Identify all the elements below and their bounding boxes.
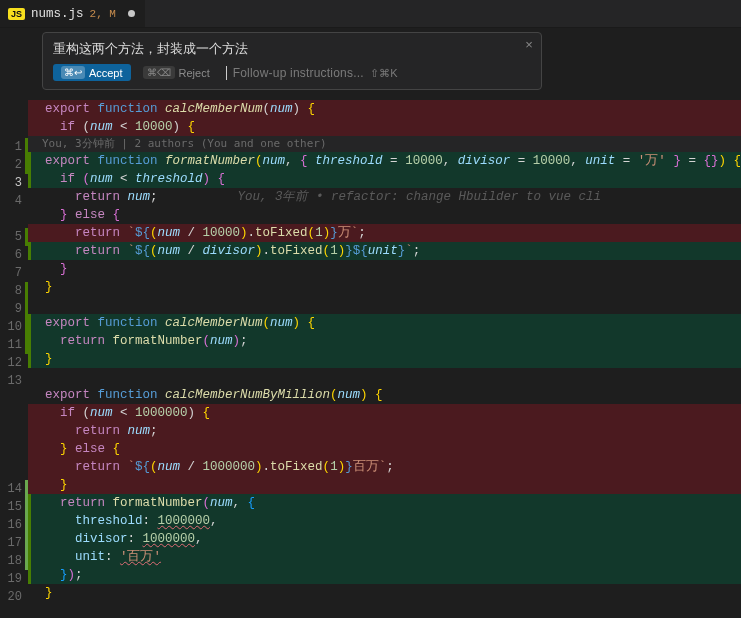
js-icon: JS	[8, 8, 25, 20]
line-number: 15	[0, 498, 28, 516]
code-line: }	[28, 584, 741, 602]
code-line	[28, 602, 741, 618]
code-line: }	[28, 278, 741, 296]
code-line: return num;You, 3年前 • refactor: change H…	[28, 188, 741, 206]
line-number: 9	[0, 300, 28, 318]
code-line-added: divisor: 1000000,	[28, 530, 741, 548]
line-number	[0, 426, 28, 444]
tab-scm-badge: 2, M	[90, 8, 116, 20]
ai-suggestion-panel: × 重构这两个方法，封装成一个方法 ⌘↩ Accept ⌘⌫ Reject Fo…	[42, 32, 542, 90]
reject-button[interactable]: ⌘⌫ Reject	[143, 66, 210, 79]
code-line-added: }	[28, 350, 741, 368]
line-number: 18	[0, 552, 28, 570]
code-line-deleted: } else {	[28, 440, 741, 458]
code-line-deleted: return `${(num / 1000000).toFixed(1)}百万`…	[28, 458, 741, 476]
followup-shortcut: ⇧⌘K	[370, 67, 398, 79]
code-line-added: return formatNumber(num);	[28, 332, 741, 350]
code-line-added: export function calcMemberNum(num) {	[28, 314, 741, 332]
accept-shortcut: ⌘↩	[61, 66, 85, 79]
accept-label: Accept	[89, 67, 123, 79]
suggestion-title: 重构这两个方法，封装成一个方法	[53, 41, 531, 58]
line-number: 7	[0, 264, 28, 282]
reject-label: Reject	[179, 67, 210, 79]
line-number: 13	[0, 372, 28, 390]
git-blame-annotation: You, 3分钟前 | 2 authors (You and one other…	[28, 136, 741, 152]
code-area[interactable]: × 重构这两个方法，封装成一个方法 ⌘↩ Accept ⌘⌫ Reject Fo…	[28, 28, 741, 618]
line-number: 6	[0, 246, 28, 264]
code-line-deleted: return num;	[28, 422, 741, 440]
line-number: 2	[0, 156, 28, 174]
reject-shortcut: ⌘⌫	[143, 66, 175, 79]
line-number: 17	[0, 534, 28, 552]
line-number	[0, 390, 28, 408]
tab-file[interactable]: JS nums.js 2, M	[0, 0, 146, 27]
line-number: 12	[0, 354, 28, 372]
line-number: 20	[0, 588, 28, 606]
line-number: 14	[0, 480, 28, 498]
code-line-added: export function formatNumber(num, { thre…	[28, 152, 741, 170]
code-line-added: threshold: 1000000,	[28, 512, 741, 530]
line-number	[0, 444, 28, 462]
line-number: 16	[0, 516, 28, 534]
code-line-deleted: return `${(num / 10000).toFixed(1)}万`;	[28, 224, 741, 242]
accept-button[interactable]: ⌘↩ Accept	[53, 64, 131, 81]
line-gutter: 1 2 3 4 5 6 7 8 9 10 11 12 13 14 15 16 1…	[0, 28, 28, 618]
line-number: 10	[0, 318, 28, 336]
code-body: export function calcMemberNum(num) { if …	[28, 34, 741, 618]
code-line: } else {	[28, 206, 741, 224]
code-line	[28, 296, 741, 314]
editor: 1 2 3 4 5 6 7 8 9 10 11 12 13 14 15 16 1…	[0, 28, 741, 618]
line-number	[0, 408, 28, 426]
code-line	[28, 368, 741, 386]
line-number	[0, 462, 28, 480]
tab-filename: nums.js	[31, 7, 84, 21]
line-number: 3	[0, 174, 28, 192]
code-line-added: unit: '百万'	[28, 548, 741, 566]
code-line: }	[28, 260, 741, 278]
code-line-added: return `${(num / divisor).toFixed(1)}${u…	[28, 242, 741, 260]
line-number: 5	[0, 228, 28, 246]
line-number: 1	[0, 138, 28, 156]
line-number: 4	[0, 192, 28, 210]
close-icon[interactable]: ×	[525, 37, 533, 52]
code-line-deleted: if (num < 10000) {	[28, 118, 741, 136]
code-line-deleted: }	[28, 476, 741, 494]
inline-blame: You, 3年前 • refactor: change Hbuilder to …	[157, 190, 601, 204]
code-line-deleted: if (num < 1000000) {	[28, 404, 741, 422]
code-line: export function calcMemberNumByMillion(n…	[28, 386, 741, 404]
tab-bar: JS nums.js 2, M	[0, 0, 741, 28]
code-line-added: return formatNumber(num, {	[28, 494, 741, 512]
line-number: 19	[0, 570, 28, 588]
line-number	[0, 210, 28, 228]
code-line-added: });	[28, 566, 741, 584]
code-line-deleted: export function calcMemberNum(num) {	[28, 100, 741, 118]
line-number: 11	[0, 336, 28, 354]
dirty-indicator-icon	[128, 10, 135, 17]
line-number: 8	[0, 282, 28, 300]
code-line-added: if (num < threshold) {	[28, 170, 741, 188]
followup-input[interactable]: Follow-up instructions...⇧⌘K	[226, 66, 531, 80]
